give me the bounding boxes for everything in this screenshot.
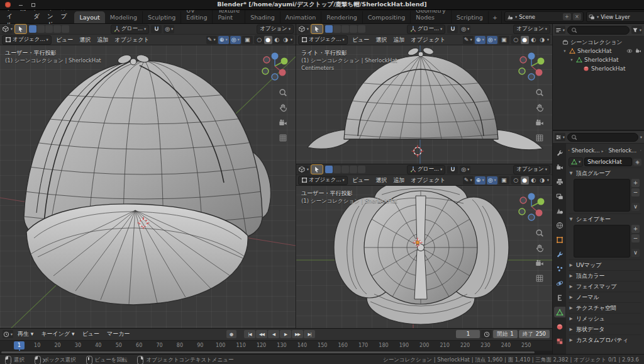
mode-dropdown[interactable]: オブジェク...▾	[298, 176, 348, 185]
workspace-tab-Compositing[interactable]: Compositing	[363, 11, 411, 23]
timeline-editor-type-button[interactable]: ▾	[3, 330, 13, 338]
mode-dropdown[interactable]: オブジェク...▾	[298, 35, 348, 45]
options-dropdown[interactable]: オプション▾	[513, 25, 550, 34]
outliner-item[interactable]: シーンコレクション	[553, 38, 644, 47]
preview-range-button[interactable]	[481, 330, 492, 338]
pan-hand-icon[interactable]	[279, 103, 287, 112]
window-close-button[interactable]	[5, 2, 11, 8]
navigation-gizmo[interactable]	[514, 190, 548, 224]
view-layer-selector[interactable]: ▾ View Layer + ×	[586, 11, 644, 22]
playback-button[interactable]: ◀◀	[256, 330, 267, 338]
editor-type-button[interactable]: ▾	[298, 166, 309, 174]
properties-tab-tool[interactable]	[554, 147, 565, 158]
proportional-edit-button[interactable]: ◎▾	[460, 25, 470, 33]
pan-hand-icon[interactable]	[535, 103, 544, 112]
mode-dropdown[interactable]: オブジェク...▾	[2, 35, 52, 45]
scene-name[interactable]: Scene	[519, 14, 561, 20]
viewport-menu-追加[interactable]: 追加	[390, 36, 408, 44]
snap-toggle-button[interactable]	[447, 25, 458, 33]
camera-view-icon[interactable]	[279, 118, 287, 127]
properties-tab-object-data[interactable]	[554, 307, 565, 317]
camera-view-icon[interactable]	[535, 259, 544, 268]
tool-toggle[interactable]	[62, 25, 69, 33]
viewport-menu-選択[interactable]: 選択	[372, 36, 390, 44]
timeline-ruler[interactable]: 1 10203040506070809010011012013014015016…	[0, 340, 552, 351]
panel-header-形状データ[interactable]: ▶形状データ	[569, 324, 641, 334]
snap-toggle-button[interactable]	[151, 25, 162, 33]
xray-toggle[interactable]: ▣	[499, 176, 509, 185]
gizmos-toggle[interactable]: ⊕▾	[218, 36, 229, 44]
properties-tab-output[interactable]	[554, 176, 565, 187]
overlays-toggle[interactable]: ◎▾	[487, 176, 497, 185]
options-dropdown[interactable]: オプション▾	[257, 25, 294, 34]
overlays-toggle[interactable]: ◎▾	[487, 36, 497, 44]
list-remove-button[interactable]: −	[631, 234, 640, 242]
properties-tab-particles[interactable]	[554, 263, 565, 274]
tool-toggle[interactable]	[325, 166, 333, 173]
list-specials-button[interactable]: ∨	[631, 249, 640, 257]
playback-button[interactable]: ▶|	[304, 330, 315, 338]
viewport-menu-ビュー[interactable]: ビュー	[349, 176, 372, 185]
workspace-tab-Animation[interactable]: Animation	[280, 11, 321, 23]
shading-wireframe-button[interactable]: ○	[512, 176, 520, 185]
auto-keying-button[interactable]: ●	[226, 330, 236, 338]
properties-search-input[interactable]	[567, 133, 638, 142]
outliner-item[interactable]: ▾SherlockHat	[553, 47, 644, 55]
tool-toggle[interactable]	[53, 25, 61, 33]
viewport-menu-ビュー[interactable]: ビュー	[349, 36, 372, 44]
window-maximize-button[interactable]	[31, 3, 36, 8]
tool-toggle[interactable]	[333, 25, 341, 33]
zoom-icon[interactable]	[279, 88, 287, 97]
shading-wireframe-button[interactable]: ○	[512, 36, 520, 44]
tool-toggle[interactable]	[350, 166, 357, 173]
outliner-item[interactable]: SherlockHat	[553, 64, 644, 73]
properties-tab-view-layer[interactable]	[554, 191, 565, 202]
viewport-menu-選択[interactable]: 選択	[372, 176, 390, 185]
proportional-edit-button[interactable]: ◎▾	[460, 166, 470, 174]
tool-toggle[interactable]	[341, 166, 349, 173]
viewport-main[interactable]: ▾ グロー...▾ ◎▾ オプション▾	[0, 24, 296, 328]
frame-end-field[interactable]: 終了250	[519, 330, 550, 338]
zoom-icon[interactable]	[535, 229, 544, 237]
transform-orientation-dropdown[interactable]: グロー...▾	[111, 25, 149, 34]
tool-toggle[interactable]	[350, 25, 357, 33]
shading-solid-button[interactable]: ●	[521, 176, 529, 185]
window-minimize-button[interactable]	[18, 3, 23, 8]
panel-header-フェイスマップ[interactable]: ▶フェイスマップ	[569, 281, 641, 292]
select-box-tool-button[interactable]	[311, 164, 323, 174]
editor-type-button[interactable]: ▾	[298, 25, 309, 33]
tool-toggle[interactable]	[29, 25, 36, 33]
tool-toggle[interactable]	[325, 25, 333, 33]
shading-material-button[interactable]: ◐	[273, 36, 281, 44]
list-add-button[interactable]: +	[631, 179, 640, 187]
panel-header-テクスチャ空間[interactable]: ▶テクスチャ空間	[569, 302, 641, 313]
scene-selector[interactable]: ▾ Scene + ×	[504, 11, 584, 22]
tool-toggle[interactable]	[341, 25, 349, 33]
breadcrumb-object[interactable]: Sherlock...	[572, 147, 600, 154]
fake-user-button[interactable]: ◈	[633, 159, 641, 166]
transform-orientation-dropdown[interactable]: グロー...▾	[407, 25, 445, 34]
object-visibility-dropdown[interactable]: ✎▾	[463, 176, 474, 185]
properties-tab-material[interactable]	[554, 321, 565, 332]
properties-editor-type-button[interactable]: ▾	[555, 133, 565, 141]
timeline-menu-マーカー[interactable]: マーカー	[104, 330, 133, 338]
select-box-tool-button[interactable]	[311, 24, 323, 34]
workspace-tab-Rendering[interactable]: Rendering	[321, 11, 363, 23]
shading-rendered-button[interactable]: ◑	[538, 36, 547, 44]
playback-button[interactable]: ▶▶	[292, 330, 303, 338]
properties-tab-texture[interactable]	[554, 336, 565, 346]
transform-orientation-dropdown[interactable]: グロー...▾	[407, 165, 445, 174]
pin-icon[interactable]	[640, 147, 641, 154]
shading-material-button[interactable]: ◐	[530, 36, 538, 44]
properties-tab-physics[interactable]	[554, 278, 565, 288]
panel-header-頂点グループ[interactable]: ▼頂点グループ	[569, 168, 641, 178]
playback-button[interactable]: ◀	[268, 330, 279, 338]
workspace-tab-Scripting[interactable]: Scripting	[452, 11, 489, 23]
navigation-gizmo[interactable]	[514, 49, 548, 83]
properties-tab-world[interactable]	[554, 220, 565, 230]
shading-rendered-button[interactable]: ◑	[538, 176, 547, 185]
properties-tab-render[interactable]	[554, 162, 565, 173]
outliner-filter-button[interactable]: ▾	[631, 26, 642, 34]
object-visibility-dropdown[interactable]: ✎▾	[206, 36, 217, 44]
timeline-menu-キーイング[interactable]: キーイング ▾	[38, 330, 77, 338]
